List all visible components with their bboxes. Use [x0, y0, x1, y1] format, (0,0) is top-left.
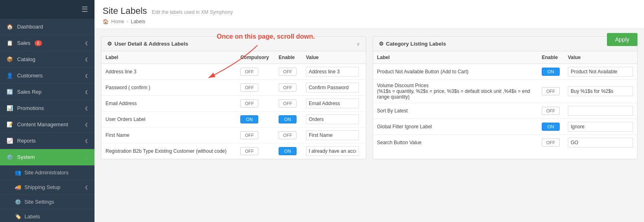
cell-value	[302, 112, 366, 127]
value-input[interactable]	[306, 67, 359, 77]
enable-toggle[interactable]: OFF	[542, 87, 560, 95]
cell-label: Global Filter Ignore Label	[373, 119, 538, 135]
cell-enable: OFF	[275, 96, 302, 112]
cell-label: Sort By Latest	[373, 103, 538, 119]
page-subtitle: Edit the labels used in XM Symphony	[152, 9, 233, 15]
enable-toggle[interactable]: ON	[279, 115, 297, 123]
cell-compulsory: OFF	[236, 96, 275, 112]
value-input[interactable]	[306, 146, 359, 156]
enable-toggle[interactable]: ON	[279, 147, 297, 155]
enable-toggle[interactable]: OFF	[542, 138, 560, 147]
table-row: Password ( confirm ) OFF OFF	[101, 80, 366, 96]
system-icon: ⚙️	[7, 154, 13, 160]
enable-toggle[interactable]: OFF	[279, 99, 297, 108]
compulsory-toggle[interactable]: ON	[240, 115, 258, 123]
apply-button-container: Apply	[607, 33, 637, 46]
panels-container: ⚙ User Detail & Address Labels ∨ Label C…	[101, 36, 637, 159]
value-input[interactable]	[568, 86, 633, 96]
enable-toggle[interactable]: OFF	[279, 84, 297, 92]
sidebar-item-catalog[interactable]: 📦 Catalog ❮	[0, 51, 95, 68]
apply-button[interactable]: Apply	[607, 33, 637, 46]
chevron-icon: ❮	[85, 122, 88, 127]
sidebar-subitem-labels[interactable]: 🏷️ Labels	[0, 209, 95, 222]
value-input[interactable]	[306, 114, 359, 124]
sidebar-item-dashboard[interactable]: 🏠 Dashboard	[0, 19, 95, 35]
value-input[interactable]	[568, 122, 633, 132]
reports-icon: 📈	[7, 138, 13, 144]
left-panel-title: User Detail & Address Labels	[114, 41, 188, 47]
breadcrumb-current: Labels	[131, 19, 145, 24]
page-header: Site Labels Edit the labels used in XM S…	[95, 0, 644, 29]
chevron-icon: ❮	[85, 138, 88, 143]
sidebar-item-label: Sales Rep	[17, 89, 42, 95]
compulsory-toggle[interactable]: OFF	[240, 99, 258, 108]
left-panel: ⚙ User Detail & Address Labels ∨ Label C…	[101, 36, 366, 159]
chevron-icon: ❮	[85, 57, 88, 62]
enable-toggle[interactable]: OFF	[279, 131, 297, 139]
cell-label: Password ( confirm )	[101, 80, 236, 96]
sidebar-item-label: Content Management	[17, 121, 68, 127]
labels-icon: 🏷️	[15, 213, 21, 220]
table-row: Registration B2b Type Existing Customer …	[101, 143, 366, 159]
dashboard-icon: 🏠	[7, 24, 13, 30]
sidebar-item-label: Dashboard	[17, 24, 43, 30]
cell-value	[302, 64, 366, 80]
value-input[interactable]	[568, 67, 633, 77]
cell-enable: OFF	[538, 103, 564, 119]
compulsory-toggle[interactable]: OFF	[240, 147, 258, 155]
table-row: First Name OFF OFF	[101, 127, 366, 143]
table-row: Search Button Value OFF	[373, 135, 637, 151]
collapse-icon[interactable]: ∨	[356, 41, 360, 47]
cell-value	[302, 127, 366, 143]
compulsory-toggle[interactable]: OFF	[240, 68, 258, 76]
page-title: Site Labels	[103, 6, 147, 16]
enable-toggle[interactable]: OFF	[279, 68, 297, 76]
promotions-icon: 📊	[7, 105, 13, 111]
sidebar-subitem-site-administrators[interactable]: 👥 Site Administrators	[0, 165, 95, 180]
cell-compulsory: OFF	[236, 143, 275, 159]
left-panel-header: ⚙ User Detail & Address Labels ∨	[101, 37, 366, 51]
value-input[interactable]	[306, 130, 359, 140]
sidebar-item-system[interactable]: ⚙️ System ⌄	[0, 149, 95, 165]
sidebar-item-label: Customers	[17, 73, 43, 79]
enable-toggle[interactable]: ON	[542, 68, 560, 76]
site-settings-icon: ⚙️	[15, 199, 21, 205]
hamburger-icon[interactable]: ☰	[81, 5, 88, 14]
table-row: Global Filter Ignore Label ON	[373, 119, 637, 135]
cell-enable: OFF	[275, 127, 302, 143]
breadcrumb-home: Home	[111, 19, 124, 24]
cell-compulsory: OFF	[236, 127, 275, 143]
sidebar-subitem-site-settings[interactable]: ⚙️ Site Settings	[0, 195, 95, 209]
value-input[interactable]	[306, 83, 359, 92]
sidebar-item-content-management[interactable]: 📝 Content Management ❮	[0, 116, 95, 133]
cell-enable: ON	[275, 143, 302, 159]
customers-icon: 👤	[7, 73, 13, 79]
value-input[interactable]	[568, 138, 633, 147]
col-enable: Enable	[275, 51, 302, 64]
sidebar-item-sales[interactable]: 📋 Sales 8 ❮	[0, 35, 95, 51]
sidebar-item-label: Catalog	[17, 56, 35, 62]
sidebar-item-label: System	[17, 154, 35, 160]
sidebar-item-sales-rep[interactable]: 🔄 Sales Rep ❮	[0, 84, 95, 100]
gear-icon: ⚙	[379, 41, 384, 47]
compulsory-toggle[interactable]: OFF	[240, 84, 258, 92]
sidebar-item-reports[interactable]: 📈 Reports ❮	[0, 133, 95, 149]
compulsory-toggle[interactable]: OFF	[240, 131, 258, 139]
content-icon: 📝	[7, 121, 13, 127]
cell-value	[302, 143, 366, 159]
breadcrumb: 🏠 Home › Labels	[103, 19, 636, 24]
sidebar-item-customers[interactable]: 👤 Customers ❮	[0, 68, 95, 84]
enable-toggle[interactable]: OFF	[542, 107, 560, 115]
left-panel-table: Label Compulsory Enable Value Address li…	[101, 51, 366, 159]
sidebar-subitem-shipping-setup[interactable]: 🚚 Shipping Setup ❮	[0, 180, 95, 195]
cell-value	[564, 103, 637, 119]
sales-rep-icon: 🔄	[7, 89, 13, 95]
sidebar-item-promotions[interactable]: 📊 Promotions ❮	[0, 100, 95, 116]
cell-label: Volume Discount Prices (%1$s = quantity,…	[373, 80, 538, 103]
table-row: Email Address OFF OFF	[101, 96, 366, 112]
enable-toggle[interactable]: ON	[542, 123, 560, 131]
value-input[interactable]	[306, 99, 359, 108]
sub-item-label: Labels	[24, 213, 40, 220]
col-label: Label	[373, 51, 538, 64]
value-input[interactable]	[568, 106, 633, 116]
